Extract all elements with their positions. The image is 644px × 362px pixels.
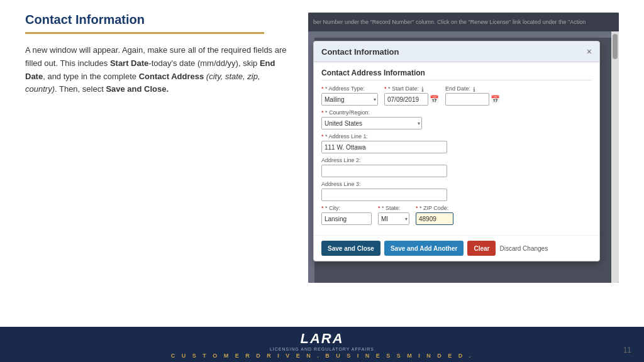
country-field: * Country/Region: United States ▾ xyxy=(321,109,422,129)
end-date-input[interactable] xyxy=(445,93,489,106)
page-title: Contact Information xyxy=(25,13,289,27)
desc-text-4: . Then, select xyxy=(55,84,106,94)
main-content: Contact Information A new window will ap… xyxy=(0,0,644,327)
right-panel: ber Number under the "Record Number" col… xyxy=(308,13,619,321)
title-underline xyxy=(25,32,264,34)
form-row-5: Address Line 3: xyxy=(321,181,592,201)
country-select-wrap: United States ▾ xyxy=(321,117,422,129)
desc-text-2: -today's date (mm/dd/yy), skip xyxy=(148,58,260,68)
country-select[interactable]: United States xyxy=(321,117,422,129)
address3-label: Address Line 3: xyxy=(321,181,447,187)
screenshot-bg: ber Number under the "Record Number" col… xyxy=(308,13,619,283)
city-label: * City: xyxy=(321,205,372,211)
form-row-3: * Address Line 1: xyxy=(321,133,592,153)
address1-input[interactable] xyxy=(321,141,447,153)
bold-start-date: Start Date xyxy=(110,58,148,68)
address2-label: Address Line 2: xyxy=(321,157,447,163)
start-date-label: * Start Date: xyxy=(384,85,419,92)
address3-field: Address Line 3: xyxy=(321,181,447,201)
state-field: * State: MI ▾ xyxy=(378,205,409,225)
state-label: * State: xyxy=(378,205,409,211)
address-type-field: * Address Type: Mailing ▾ xyxy=(321,85,378,106)
address2-input[interactable] xyxy=(321,165,447,177)
logo-wrap: LARA LICENSING AND REGULATORY AFFAIRS xyxy=(270,331,374,351)
start-date-info-icon: ℹ xyxy=(421,86,424,93)
zip-input[interactable] xyxy=(416,212,453,225)
form-row-1: * Address Type: Mailing ▾ xyxy=(321,85,592,106)
end-date-wrap: 📅 xyxy=(445,93,500,106)
desc-text-3: , and type in the complete xyxy=(43,72,138,81)
address-type-select-wrap: Mailing ▾ xyxy=(321,93,378,106)
zip-label: * ZIP Code: xyxy=(416,205,453,211)
scrollbar-thumb[interactable] xyxy=(613,34,618,59)
dialog-body: Contact Address Information * Address Ty… xyxy=(314,62,599,235)
scrollbar[interactable] xyxy=(611,31,619,283)
top-bar-bg: ber Number under the "Record Number" col… xyxy=(308,13,619,31)
end-date-calendar-icon[interactable]: 📅 xyxy=(491,95,500,104)
address3-input[interactable] xyxy=(321,189,447,201)
address1-field: * Address Line 1: xyxy=(321,133,447,153)
form-row-6: * City: * State: MI ▾ xyxy=(321,205,592,225)
address-type-select[interactable]: Mailing xyxy=(321,93,378,106)
logo-text-row: LARA xyxy=(300,331,343,347)
bold-save-close: Save and Close. xyxy=(106,84,169,94)
footer: LARA LICENSING AND REGULATORY AFFAIRS C … xyxy=(0,327,644,362)
start-date-wrap: 📅 xyxy=(384,93,439,106)
save-close-button[interactable]: Save and Close xyxy=(321,241,380,256)
country-label: * Country/Region: xyxy=(321,109,422,116)
address-type-label: * Address Type: xyxy=(321,85,378,92)
footer-tagline: C U S T O M E R D R I V E N . B U S I N … xyxy=(171,353,474,359)
state-select[interactable]: MI xyxy=(378,212,409,225)
dialog-title: Contact Information xyxy=(321,47,399,57)
bg-top-text: ber Number under the "Record Number" col… xyxy=(313,19,586,25)
bold-contact-address: Contact Address xyxy=(139,72,204,81)
city-field: * City: xyxy=(321,205,372,225)
clear-button[interactable]: Clear xyxy=(467,241,496,256)
start-date-calendar-icon[interactable]: 📅 xyxy=(430,95,439,104)
start-date-field: * Start Date: ℹ 📅 xyxy=(384,85,439,106)
end-date-info-icon: ℹ xyxy=(473,86,475,93)
form-row-4: Address Line 2: xyxy=(321,157,592,177)
end-date-field: End Date: ℹ 📅 xyxy=(445,85,500,106)
page-number: 11 xyxy=(623,346,631,354)
dialog-header: Contact Information × xyxy=(314,41,599,62)
dialog-box: Contact Information × Contact Address In… xyxy=(313,41,600,261)
address1-label: * Address Line 1: xyxy=(321,133,447,140)
discard-button[interactable]: Discard Changes xyxy=(499,245,548,252)
description-text: A new window will appear. Again, make su… xyxy=(25,44,289,96)
left-panel: Contact Information A new window will ap… xyxy=(25,13,289,321)
dialog-section-title: Contact Address Information xyxy=(321,69,592,80)
form-row-2: * Country/Region: United States ▾ xyxy=(321,109,592,129)
logo-subtitle: LICENSING AND REGULATORY AFFAIRS xyxy=(270,347,374,351)
state-select-wrap: MI ▾ xyxy=(378,212,409,225)
save-add-button[interactable]: Save and Add Another xyxy=(384,241,464,256)
screenshot-container: ber Number under the "Record Number" col… xyxy=(308,13,619,283)
dialog-footer: Save and Close Save and Add Another Clea… xyxy=(314,235,599,261)
end-date-label: End Date: xyxy=(445,85,470,92)
logo-lara-text: LARA xyxy=(300,331,343,347)
city-input[interactable] xyxy=(321,212,372,225)
start-date-input[interactable] xyxy=(384,93,428,106)
dialog-close-button[interactable]: × xyxy=(587,47,592,57)
zip-field: * ZIP Code: xyxy=(416,205,453,225)
address2-field: Address Line 2: xyxy=(321,157,447,177)
